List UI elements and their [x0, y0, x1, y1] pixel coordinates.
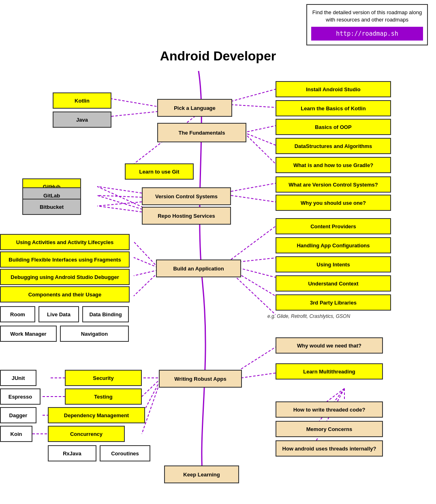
pick-language-node[interactable]: Pick a Language [157, 99, 232, 117]
vcs-what-node[interactable]: What are Version Control Systems? [276, 176, 391, 193]
install-android-node[interactable]: Install Android Studio [276, 81, 391, 97]
databinding-node[interactable]: Data Binding [82, 306, 129, 322]
debugging-node[interactable]: Debugging using Android Studio Debugger [0, 269, 130, 285]
learn-multi-node[interactable]: Learn Multithreading [276, 363, 383, 380]
memory-concerns-node[interactable]: Memory Concerns [276, 421, 383, 437]
content-providers-node[interactable]: Content Providers [276, 218, 391, 234]
svg-line-4 [247, 126, 276, 132]
dagger-node[interactable]: Dagger [0, 407, 36, 423]
basics-oop-node[interactable]: Basics of OOP [276, 119, 391, 135]
svg-line-20 [231, 226, 276, 260]
junit-node[interactable]: JUnit [0, 370, 36, 386]
svg-line-5 [247, 134, 276, 145]
svg-line-19 [134, 272, 158, 296]
koin-node[interactable]: Koin [0, 426, 32, 442]
writing-robust-node[interactable]: Writing Robust Apps [159, 370, 242, 388]
svg-line-16 [134, 242, 158, 268]
svg-line-0 [110, 99, 158, 107]
testing-node[interactable]: Testing [65, 388, 142, 405]
svg-line-6 [247, 136, 276, 164]
svg-line-18 [134, 270, 158, 276]
datastructures-node[interactable]: DataStructures and Algorithms [276, 138, 391, 154]
svg-line-3 [231, 105, 276, 107]
activities-node[interactable]: Using Activities and Activity Lifecycles [0, 234, 130, 250]
threaded-code-node[interactable]: How to write threaded code? [276, 401, 383, 418]
espresso-node[interactable]: Espresso [0, 388, 41, 405]
rxjava-node[interactable]: RxJava [48, 445, 96, 461]
workmanager-node[interactable]: Work Manager [0, 326, 57, 342]
fragments-node[interactable]: Building Flexible Interfaces using Fragm… [0, 251, 130, 268]
java-node[interactable]: Java [53, 112, 111, 128]
kotlin-basics-node[interactable]: Learn the Basics of Kotlin [276, 100, 391, 116]
svg-line-11 [231, 183, 276, 191]
livedata-node[interactable]: Live Data [38, 306, 79, 322]
third-party-node[interactable]: 3rd Party Libraries [276, 294, 391, 311]
svg-line-12 [231, 195, 276, 202]
coroutines-node[interactable]: Coroutines [100, 445, 150, 461]
gradle-node[interactable]: What is and how to use Gradle? [276, 157, 391, 173]
room-node[interactable]: Room [0, 306, 35, 322]
svg-line-24 [231, 272, 276, 315]
repo-hosting-node[interactable]: Repo Hosting Services [142, 207, 231, 225]
svg-line-2 [231, 89, 276, 101]
info-box-link[interactable]: http://roadmap.sh [311, 27, 423, 41]
info-box-text: Find the detailed version of this roadma… [311, 9, 423, 24]
kotlin-node[interactable]: Kotlin [53, 92, 111, 109]
navigation-node[interactable]: Navigation [60, 326, 129, 342]
concurrency-node[interactable]: Concurrency [48, 426, 125, 442]
svg-line-17 [134, 257, 158, 268]
keep-learning-node[interactable]: Keep Learning [164, 465, 239, 483]
vcs-node[interactable]: Version Control Systems [142, 187, 231, 205]
using-intents-node[interactable]: Using Intents [276, 256, 391, 272]
fundamentals-node[interactable]: The Fundamentals [157, 123, 246, 142]
components-node[interactable]: Components and their Usage [0, 286, 130, 302]
third-party-examples: e.g. Glide, Retrofit, Crashlytics, GSON [267, 313, 350, 319]
vcs-why-node[interactable]: Why you should use one? [276, 195, 391, 211]
handling-config-node[interactable]: Handling App Configurations [276, 237, 391, 253]
bitbucket-node[interactable]: Bitbucket [22, 199, 81, 215]
info-box: Find the detailed version of this roadma… [306, 4, 428, 45]
depmanagement-node[interactable]: Dependency Management [48, 407, 145, 423]
svg-line-33 [241, 347, 276, 369]
why-need-node[interactable]: Why would we need that? [276, 337, 383, 354]
svg-line-26 [142, 381, 158, 397]
page-title: Android Developer [0, 49, 436, 64]
svg-line-34 [241, 373, 276, 378]
security-node[interactable]: Security [65, 370, 142, 386]
learn-git-node[interactable]: Learn to use Git [125, 163, 194, 180]
threads-internally-node[interactable]: How android uses threads internally? [276, 440, 383, 457]
build-app-node[interactable]: Build an Application [156, 260, 241, 277]
understand-context-node[interactable]: Understand Context [276, 275, 391, 292]
